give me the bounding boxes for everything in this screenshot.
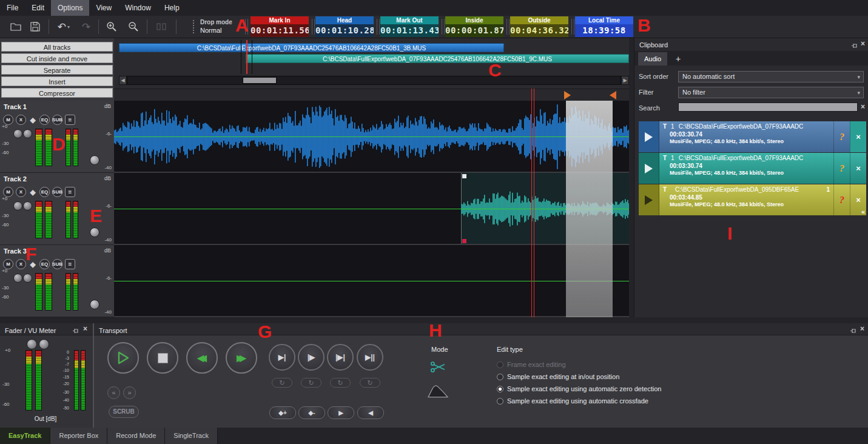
track-fader-knob[interactable]: [90, 300, 99, 309]
mark-out-marker-icon[interactable]: [610, 91, 616, 99]
track-solo-x-button[interactable]: X: [16, 115, 26, 125]
entry-play-button[interactable]: [639, 184, 659, 215]
track-2-waveform[interactable]: [114, 173, 629, 245]
pin-icon[interactable]: [850, 326, 856, 337]
track-gain-knob[interactable]: [13, 129, 22, 138]
play-pause-button[interactable]: ▶||: [357, 344, 383, 371]
open-folder-icon[interactable]: [7, 19, 24, 35]
playhead[interactable]: [531, 89, 534, 317]
track-menu-icon[interactable]: ≡: [65, 259, 75, 269]
stop-button[interactable]: [147, 342, 178, 374]
pin-icon[interactable]: [851, 41, 858, 52]
close-icon[interactable]: ×: [861, 40, 865, 47]
edit-type-option-frame[interactable]: Frame exact editing: [497, 361, 566, 368]
split-view-icon[interactable]: [153, 19, 170, 35]
toolbar-grip[interactable]: [193, 20, 196, 33]
entry-remove-button[interactable]: ×: [850, 153, 866, 184]
output-fader[interactable]: [35, 350, 42, 411]
zoom-in-icon[interactable]: [103, 19, 120, 35]
loop-button[interactable]: ↻: [330, 378, 351, 388]
play-from-in-button[interactable]: |▶: [298, 344, 325, 371]
clear-search-icon[interactable]: ×: [861, 103, 865, 110]
entry-help-button[interactable]: ?: [833, 121, 850, 152]
tab-audio[interactable]: Audio: [638, 52, 667, 66]
clip-handle-bottom[interactable]: [462, 239, 466, 243]
fast-forward-button[interactable]: ▶▶: [226, 342, 257, 374]
track-gain-knob[interactable]: [13, 201, 22, 210]
menu-help[interactable]: Help: [158, 0, 186, 16]
track-sub-button[interactable]: SUB: [52, 115, 62, 125]
scroll-right-arrow[interactable]: ▶: [621, 76, 629, 85]
track-menu-icon[interactable]: ≡: [65, 187, 75, 197]
track-eq-button[interactable]: EQ: [39, 187, 50, 197]
close-icon[interactable]: ×: [860, 325, 864, 332]
sort-order-select[interactable]: No automatic sort ▾: [678, 71, 864, 82]
scrub-button[interactable]: SCRUB: [109, 406, 139, 418]
scroll-left-arrow[interactable]: ◀: [119, 76, 127, 85]
entry-play-button[interactable]: [639, 153, 659, 184]
fade-mode-icon[interactable]: [428, 383, 448, 401]
insert-button[interactable]: Insert: [1, 76, 113, 86]
menu-options[interactable]: Options: [51, 0, 89, 16]
overview-clip-bottom[interactable]: C:\BCSData\FullExport\webDA_07F93AAADC25…: [246, 54, 629, 63]
output-fader[interactable]: [25, 350, 32, 411]
track-fader-knob[interactable]: [90, 155, 99, 165]
clipboard-entry[interactable]: T1C:\BCSData\FullExport\webDA_07F93AAADC…: [639, 121, 866, 152]
search-input[interactable]: [678, 103, 858, 112]
track-diamond-icon[interactable]: ◆: [29, 187, 37, 197]
track-1-waveform[interactable]: [114, 101, 629, 173]
overview-clip-top[interactable]: C:\BCSData\FullExport\webDA_07F93AAADC25…: [119, 43, 504, 52]
track-3-waveform[interactable]: [114, 245, 629, 317]
play-to-in-button[interactable]: ▶|: [269, 344, 295, 371]
entry-remove-button[interactable]: ×: [850, 121, 866, 152]
step-forward-button[interactable]: ▶: [328, 406, 354, 419]
menu-file[interactable]: File: [0, 0, 25, 16]
track-pan-knob[interactable]: [23, 129, 32, 138]
edit-type-option-zero-detection[interactable]: Sample exact editing using automatic zer…: [497, 385, 661, 392]
compressor-button[interactable]: Compressor: [1, 88, 113, 98]
track-gain-knob[interactable]: [13, 274, 22, 283]
entry-remove-button[interactable]: × «: [850, 184, 866, 215]
loop-button[interactable]: ↻: [360, 378, 380, 388]
track-sub-button[interactable]: SUB: [52, 259, 62, 269]
tab-easytrack[interactable]: EasyTrack: [0, 428, 50, 444]
track-pan-knob[interactable]: [23, 274, 32, 283]
edit-type-option-inout[interactable]: Sample exact editing at in/out position: [497, 373, 619, 380]
clip-handle-top[interactable]: [462, 174, 466, 178]
cut-mode-icon[interactable]: [430, 361, 446, 375]
track-eq-button[interactable]: EQ: [39, 115, 50, 125]
filter-select[interactable]: No filter ▾: [678, 87, 864, 98]
zoom-out-icon[interactable]: [125, 19, 142, 35]
separate-button[interactable]: Separate: [1, 65, 113, 75]
undo-button[interactable]: ↶ ▾: [53, 19, 74, 35]
add-tab-button[interactable]: +: [672, 52, 684, 66]
clipboard-entry[interactable]: TC:\BCSData\FullExport\webDA_095DBF65AE1…: [639, 184, 866, 215]
menu-edit[interactable]: Edit: [25, 0, 51, 16]
tab-reporter-box[interactable]: Reporter Box: [50, 428, 107, 444]
clipboard-entry[interactable]: T1C:\BCSData\FullExport\webDA_07F93AAADC…: [639, 153, 866, 184]
pin-icon[interactable]: [72, 326, 79, 337]
menu-window[interactable]: Window: [118, 0, 158, 16]
tab-record-mode[interactable]: Record Mode: [107, 428, 165, 444]
track-diamond-icon[interactable]: ◆: [29, 115, 37, 125]
track-solo-x-button[interactable]: X: [16, 187, 26, 197]
tab-singletrack[interactable]: SingleTrack: [165, 428, 218, 444]
mark-in-marker-icon[interactable]: [564, 91, 571, 99]
all-tracks-button[interactable]: All tracks: [1, 42, 113, 52]
rewind-button[interactable]: ◀◀: [186, 342, 218, 374]
play-button[interactable]: [107, 342, 139, 374]
add-marker-button[interactable]: ◆+: [269, 406, 296, 419]
selection-region[interactable]: [566, 101, 613, 317]
output-balance-knob[interactable]: [39, 339, 49, 349]
prev-marker-button[interactable]: «: [107, 386, 120, 399]
track-fader-knob[interactable]: [90, 227, 99, 237]
next-marker-button[interactable]: »: [123, 386, 136, 399]
track-eq-button[interactable]: EQ: [39, 259, 50, 269]
output-gain-knob[interactable]: [27, 339, 37, 349]
scrollbar-thumb[interactable]: [243, 77, 277, 84]
entry-help-button[interactable]: ?: [833, 184, 850, 215]
entry-play-button[interactable]: [639, 121, 659, 152]
redo-button[interactable]: ↷: [78, 19, 95, 35]
entry-help-button[interactable]: ?: [833, 153, 850, 184]
save-icon[interactable]: [27, 19, 44, 35]
